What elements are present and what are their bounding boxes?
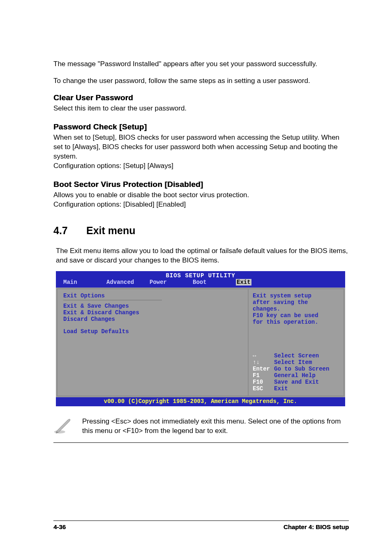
nav-key: F1 (253, 372, 274, 379)
nav-label: Save and Exit (274, 379, 319, 385)
heading-exit-menu: 4.7Exit menu (53, 225, 349, 237)
nav-row: F10Save and Exit (253, 379, 339, 385)
help-line: for this operation. (253, 319, 339, 325)
nav-key: Enter (253, 366, 274, 372)
page-footer: 4-36 Chapter 4: BIOS setup (53, 520, 349, 530)
nav-key: ESC (253, 385, 274, 392)
section-body: When set to [Setup], BIOS checks for use… (53, 133, 349, 171)
bios-tab-boot: Boot (193, 279, 236, 286)
bios-tab-exit: Exit (236, 279, 279, 286)
bios-tab-advanced: Advanced (106, 279, 150, 286)
paragraph: The message "Password Installed" appears… (53, 60, 349, 69)
bios-menu-item: Load Setup Defaults (63, 328, 242, 335)
note-text: Pressing <Esc> does not immediately exit… (82, 415, 348, 436)
section-text: Configuration options: [Disabled] [Enabl… (53, 200, 186, 208)
nav-label: Exit (274, 385, 288, 392)
bios-right-pane: Exit system setup after saving the chang… (248, 288, 344, 396)
bios-title: BIOS SETUP UTILITY (56, 271, 345, 279)
heading-password-check: Password Check [Setup] (53, 122, 349, 131)
heading-number: 4.7 (53, 225, 86, 237)
section-body: Allows you to enable or disable the boot… (53, 191, 349, 210)
note-block: Pressing <Esc> does not immediately exit… (53, 415, 348, 443)
nav-row: F1General Help (253, 372, 339, 379)
nav-row: ESCExit (253, 385, 339, 392)
bios-nav-hints: ↔Select Screen ↑↓Select Item EnterGo to … (253, 352, 339, 392)
bios-menu-item: Exit & Save Changes (63, 303, 242, 309)
section-text: Allows you to enable or disable the boot… (53, 191, 249, 199)
help-line: Exit system setup (253, 292, 339, 299)
bios-footer: v00.00 (C)Copyright 1985-2003, American … (56, 397, 345, 406)
nav-row: EnterGo to Sub Screen (253, 366, 339, 372)
intro-paragraph: The Exit menu items allow you to load th… (56, 246, 349, 265)
divider (63, 300, 162, 300)
nav-label: General Help (274, 372, 316, 379)
bios-left-pane: Exit Options Exit & Save Changes Exit & … (57, 288, 248, 396)
nav-label: Go to Sub Screen (274, 366, 329, 372)
section-text: When set to [Setup], BIOS checks for use… (53, 134, 339, 160)
nav-label: Select Screen (274, 352, 319, 359)
heading-title: Exit menu (86, 225, 135, 236)
bios-menu-item: Discard Changes (63, 316, 242, 322)
bios-left-header: Exit Options (63, 292, 242, 299)
nav-label: Select Item (274, 359, 312, 366)
bios-tabs: Main Advanced Power Boot Exit (56, 279, 345, 287)
nav-key: ↔ (253, 352, 274, 359)
help-line: changes. (253, 306, 339, 312)
bios-menu-item: Exit & Discard Changes (63, 309, 242, 316)
heading-clear-user-password: Clear User Password (53, 93, 349, 102)
section-text: Configuration options: [Setup] [Always] (53, 162, 173, 170)
help-line: F10 key can be used (253, 312, 339, 319)
paragraph: To change the user password, follow the … (53, 76, 349, 86)
pencil-icon (53, 415, 82, 437)
bios-screenshot: BIOS SETUP UTILITY Main Advanced Power B… (56, 271, 345, 406)
svg-line-1 (58, 420, 68, 430)
help-line: after saving the (253, 299, 339, 306)
heading-boot-sector: Boot Sector Virus Protection [Disabled] (53, 180, 349, 189)
bios-tab-main: Main (63, 279, 106, 286)
bios-help-text: Exit system setup after saving the chang… (253, 292, 339, 325)
nav-row: ↔Select Screen (253, 352, 339, 359)
page-number: 4-36 (53, 523, 66, 530)
spacer (63, 322, 242, 328)
nav-key: F10 (253, 379, 274, 385)
nav-key: ↑↓ (253, 359, 274, 366)
bios-body: Exit Options Exit & Save Changes Exit & … (56, 287, 345, 397)
chapter-label: Chapter 4: BIOS setup (284, 523, 349, 530)
bios-tab-power: Power (150, 279, 193, 286)
nav-row: ↑↓Select Item (253, 359, 339, 366)
section-body: Select this item to clear the user passw… (53, 104, 349, 113)
